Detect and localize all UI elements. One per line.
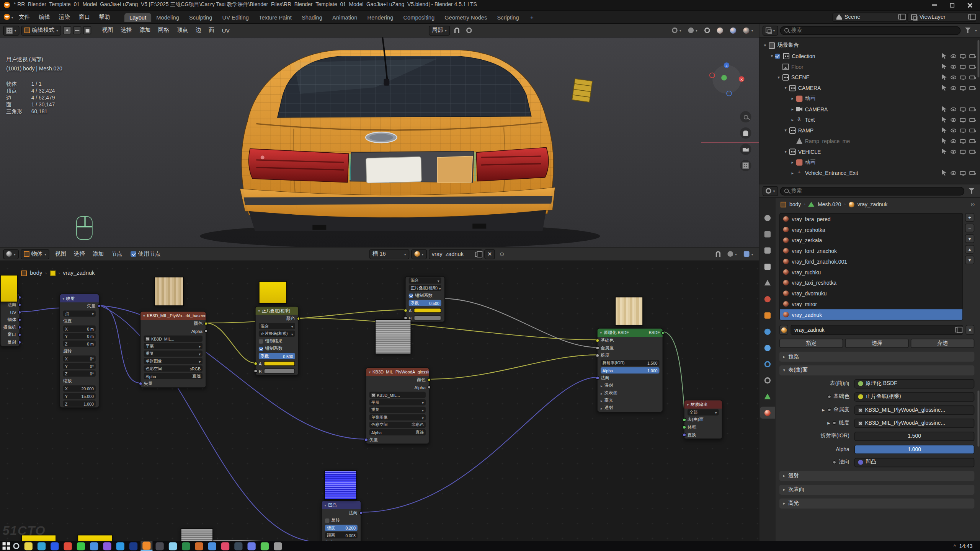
blender-menu-icon[interactable] <box>4 14 10 20</box>
disable-viewport-icon[interactable] <box>960 54 966 59</box>
workspace-tab-texture-paint[interactable]: Texture Paint <box>254 13 297 22</box>
properties-tab-physics[interactable] <box>760 358 775 370</box>
move-view-icon[interactable] <box>740 127 751 139</box>
workspace-tab-modeling[interactable]: Modeling <box>151 13 184 22</box>
overlays-icon[interactable]: ▾ <box>686 25 700 35</box>
outliner-item-Ramp_replace_me_[interactable]: Ramp_replace_me_ <box>760 135 977 146</box>
properties-search-input[interactable]: 搜索 <box>780 186 965 195</box>
outliner-item-RAMP[interactable]: ▾RAMP <box>760 125 977 136</box>
disable-viewport-icon[interactable] <box>960 171 966 175</box>
output-socket[interactable] <box>427 378 431 381</box>
workspace-tab-layout[interactable]: Layout <box>124 13 151 22</box>
show-gizmo-icon[interactable]: ▾ <box>670 25 684 35</box>
shading-rendered-icon[interactable]: ▾ <box>741 25 756 35</box>
section-漫射[interactable]: ▸漫射 <box>779 471 974 481</box>
outliner-item-CAMERA[interactable]: ▾CAMERA <box>760 83 977 93</box>
add-material-button[interactable]: + <box>965 213 974 222</box>
node-slider[interactable]: 系数0.500 <box>409 300 441 306</box>
node-header[interactable]: ▾凹凸 <box>322 501 361 509</box>
node-value[interactable]: Y0 m <box>63 333 96 339</box>
workspace-tab-geometry-nodes[interactable]: Geometry Nodes <box>439 13 492 22</box>
taskbar-app-9[interactable] <box>127 541 139 551</box>
collection-checkbox[interactable] <box>775 54 780 59</box>
properties-tab-render[interactable] <box>760 228 775 240</box>
taskbar-app-15[interactable] <box>206 541 218 551</box>
disable-render-icon[interactable] <box>969 129 975 133</box>
outliner-item-Floor[interactable]: Floor <box>760 61 977 72</box>
proportional-edit-icon[interactable] <box>464 25 474 35</box>
prop-value-折射率(IOR)[interactable]: 1.500 <box>854 431 974 440</box>
image-browse[interactable]: KB3D_MIL... <box>144 336 203 342</box>
disable-render-icon[interactable] <box>969 86 975 90</box>
taskbar-app-blender[interactable] <box>140 541 152 551</box>
color-swatch[interactable] <box>413 315 441 320</box>
input-socket[interactable] <box>596 339 599 342</box>
material-specials-button[interactable]: ▾ <box>965 234 974 243</box>
minimize-button[interactable] <box>928 1 941 9</box>
node-value[interactable]: 色彩空间sRGB <box>144 366 203 372</box>
gizmo-y-axis[interactable] <box>721 75 727 81</box>
node-header[interactable]: ▾正片叠底(相乘) <box>256 307 298 315</box>
node-dropdown[interactable]: 重复▾ <box>369 407 426 413</box>
output-socket[interactable] <box>18 333 21 336</box>
input-socket[interactable] <box>596 376 599 380</box>
node-checkbox[interactable] <box>259 346 263 350</box>
surface-section-header[interactable]: ▾表(曲)面 <box>779 365 974 375</box>
prop-value-金属度[interactable]: KB3D_MIL_PlyWoodA_glossine... <box>854 405 974 414</box>
disable-viewport-icon[interactable] <box>960 107 966 111</box>
unlink-material-button[interactable]: ✕ <box>965 325 974 335</box>
menu-文件[interactable]: 文件 <box>15 12 34 21</box>
taskbar-app-20[interactable] <box>272 541 284 551</box>
node-value[interactable]: X0 m <box>63 326 96 332</box>
material-browse-button[interactable]: ▾ <box>411 249 427 259</box>
edge-select-button[interactable] <box>73 26 81 34</box>
color-swatch[interactable] <box>263 361 295 366</box>
transform-orientation[interactable]: 局部▾ <box>429 25 450 35</box>
properties-tab-tool[interactable] <box>760 212 775 223</box>
assign-button[interactable]: 指定 <box>779 339 843 348</box>
input-socket[interactable] <box>364 438 368 441</box>
vertex-select-button[interactable] <box>63 26 71 34</box>
node-dropdown[interactable]: 正片叠底(相乘)▾ <box>259 331 295 337</box>
properties-tab-object-data[interactable] <box>760 390 775 402</box>
node-value[interactable]: Z0° <box>63 371 96 377</box>
viewlayer-selector[interactable]: ViewLayer <box>908 12 977 21</box>
node-value[interactable]: Z0 m <box>63 341 96 347</box>
material-slot-vray_ford_znachok.001[interactable]: vray_ford_znachok.001 <box>780 256 963 267</box>
material-slot-select[interactable]: 槽 16▾ <box>369 249 409 259</box>
taskbar-app-6[interactable] <box>88 541 100 551</box>
node-value[interactable]: 折射率(IOR)1.500 <box>601 360 659 366</box>
output-socket[interactable] <box>18 303 21 306</box>
material-slot-vray_miror[interactable]: vray_miror <box>780 298 963 309</box>
output-socket[interactable] <box>18 310 21 314</box>
disable-viewport-icon[interactable] <box>960 150 966 154</box>
node-dropdown[interactable]: 全部▾ <box>688 409 719 416</box>
selectable-icon[interactable] <box>941 64 947 70</box>
pin-icon[interactable]: ⊙ <box>970 201 975 207</box>
input-socket[interactable] <box>683 418 686 421</box>
disable-render-icon[interactable] <box>969 108 975 111</box>
workspace-tab-rendering[interactable]: Rendering <box>363 13 399 22</box>
taskbar-app-5[interactable] <box>75 541 87 551</box>
properties-tab-object[interactable] <box>760 309 775 321</box>
gizmo-z-neg[interactable] <box>726 91 732 96</box>
taskbar-app-13[interactable] <box>180 541 192 551</box>
mode-select[interactable]: 编辑模式 ▾ <box>21 25 62 35</box>
node-checkbox[interactable] <box>259 339 263 343</box>
prop-value-基础色[interactable]: 正片叠底(相乘) <box>854 392 974 401</box>
material-slot-vray_zerkala[interactable]: vray_zerkala <box>780 235 963 246</box>
move-up-button[interactable]: ▴ <box>965 245 974 254</box>
node-value[interactable]: Y0° <box>63 363 96 369</box>
selectable-icon[interactable] <box>941 74 947 80</box>
node-dropdown[interactable]: 重复▾ <box>144 350 203 357</box>
add-workspace-button[interactable]: + <box>525 13 539 22</box>
node-mix-multiply[interactable]: ▾正片叠底(相乘)颜色混合▾正片叠底(相乘)▾钳制结果钳制系数系数0.500AB <box>255 306 299 375</box>
material-name-field[interactable]: vray_zadnuk <box>429 249 482 259</box>
outliner-item-动画[interactable]: ▸动画 <box>760 157 977 168</box>
node-slider[interactable]: 强度0.200 <box>325 525 358 531</box>
taskbar-app-1[interactable] <box>23 541 34 551</box>
disable-render-icon[interactable] <box>969 65 975 69</box>
shader-type-select[interactable]: 物体 ▾ <box>21 249 49 259</box>
hide-eye-icon[interactable] <box>951 139 956 143</box>
input-socket[interactable] <box>683 433 686 436</box>
